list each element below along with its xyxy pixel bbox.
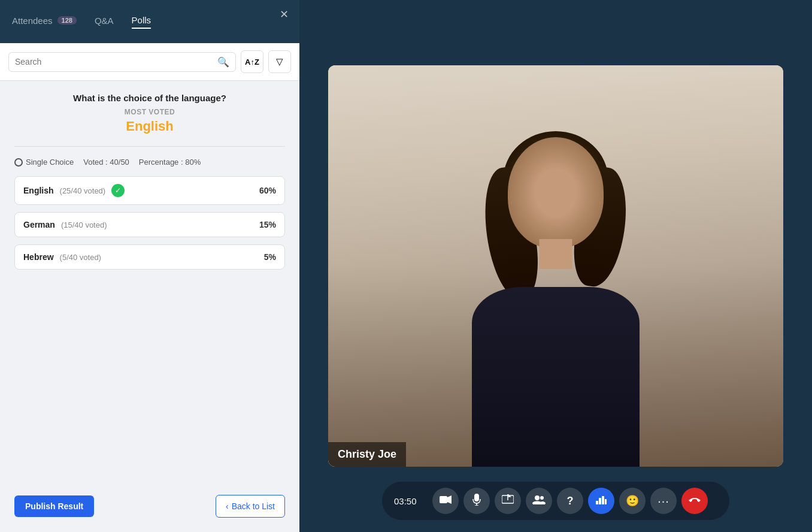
filter-icon: ▽	[276, 56, 283, 67]
end-call-icon	[688, 495, 701, 507]
right-panel: Christy Joe 03:50	[299, 0, 812, 532]
option-left-hebrew: Hebrew (5/40 voted)	[23, 252, 101, 262]
poll-option-german: German (15/40 voted) 15%	[14, 212, 285, 237]
attendees-label: Attendees	[12, 16, 53, 26]
svg-rect-12	[599, 498, 601, 504]
option-pct-german: 15%	[259, 220, 276, 229]
emoji-button[interactable]: 🙂	[619, 488, 646, 514]
option-pct-hebrew: 5%	[264, 252, 276, 262]
search-bar: 🔍 A↑Z ▽	[0, 43, 299, 81]
tabs-bar: Attendees 128 Q&A Polls ✕	[0, 0, 299, 43]
person-silhouette	[442, 119, 669, 467]
share-icon	[502, 494, 514, 508]
close-button[interactable]: ✕	[277, 7, 291, 22]
most-voted-label: MOST VOTED	[14, 108, 285, 116]
question-icon: ?	[567, 495, 574, 507]
voted-count: Voted : 40/50	[83, 158, 129, 167]
bottom-buttons: Publish Result ‹ Back to List	[0, 485, 299, 532]
svg-rect-13	[602, 496, 604, 504]
search-icon: 🔍	[217, 56, 229, 68]
video-background: Christy Joe	[328, 65, 783, 467]
emoji-icon: 🙂	[626, 494, 639, 507]
option-name-hebrew: Hebrew	[23, 252, 54, 262]
option-votes-english: (25/40 voted)	[60, 186, 106, 195]
tab-qa[interactable]: Q&A	[95, 16, 114, 28]
choice-type-label: Single Choice	[26, 158, 74, 167]
search-input[interactable]	[15, 57, 214, 66]
qa-label: Q&A	[95, 16, 114, 26]
back-label: Back to List	[232, 501, 275, 511]
svg-marker-1	[447, 495, 452, 504]
tab-attendees[interactable]: Attendees 128	[12, 16, 77, 28]
poll-content: What is the choice of the language? MOST…	[0, 81, 299, 485]
tab-polls[interactable]: Polls	[132, 15, 152, 29]
option-pct-english: 60%	[259, 186, 276, 195]
polls-button[interactable]	[588, 488, 614, 514]
poll-question: What is the choice of the language?	[14, 93, 285, 103]
svg-point-7	[535, 495, 540, 500]
more-icon: ···	[658, 494, 669, 508]
option-left-english: English (25/40 voted) ✓	[23, 184, 125, 197]
mic-icon	[472, 494, 481, 509]
option-left-german: German (15/40 voted)	[23, 220, 107, 229]
filter-button[interactable]: ▽	[268, 50, 291, 73]
voted-percentage: Percentage : 80%	[139, 158, 201, 167]
sort-icon: A↑Z	[245, 58, 259, 66]
call-timer: 03:50	[394, 496, 425, 506]
left-panel: Attendees 128 Q&A Polls ✕ 🔍 A↑Z ▽ What i…	[0, 0, 299, 532]
qa-button[interactable]: ?	[557, 488, 583, 514]
sort-button[interactable]: A↑Z	[241, 50, 263, 73]
winner-check-icon: ✓	[111, 184, 125, 197]
back-to-list-button[interactable]: ‹ Back to List	[216, 495, 285, 518]
attendees-button[interactable]	[526, 488, 552, 514]
search-input-wrap: 🔍	[8, 52, 236, 72]
svg-rect-0	[440, 496, 447, 503]
person-neck	[540, 239, 572, 269]
svg-rect-2	[474, 494, 479, 501]
mic-button[interactable]	[463, 488, 490, 514]
radio-icon	[14, 158, 23, 167]
svg-rect-14	[605, 499, 607, 504]
poll-bar-icon	[596, 495, 607, 507]
publish-result-button[interactable]: Publish Result	[14, 495, 94, 517]
attendees-icon	[532, 495, 546, 507]
chevron-left-icon: ‹	[226, 501, 229, 511]
most-voted-value: English	[14, 119, 285, 134]
person-head	[508, 137, 604, 248]
share-screen-button[interactable]	[495, 488, 521, 514]
poll-meta: Single Choice Voted : 40/50 Percentage :…	[14, 158, 285, 167]
speaker-name: Christy Joe	[338, 448, 396, 460]
end-call-button[interactable]	[681, 488, 708, 514]
more-options-button[interactable]: ···	[650, 488, 677, 514]
option-name-english: English	[23, 186, 54, 195]
video-container: Christy Joe	[328, 65, 783, 467]
option-name-german: German	[23, 220, 55, 229]
attendees-badge: 128	[57, 16, 77, 25]
svg-rect-11	[596, 501, 598, 504]
person-body	[472, 287, 640, 467]
controls-bar: 03:50	[382, 482, 729, 520]
poll-option-english: English (25/40 voted) ✓ 60%	[14, 176, 285, 205]
option-votes-german: (15/40 voted)	[61, 220, 107, 229]
polls-label: Polls	[132, 15, 152, 25]
svg-point-8	[540, 496, 544, 500]
speaker-name-tag: Christy Joe	[328, 442, 406, 467]
camera-button[interactable]	[432, 488, 459, 514]
option-votes-hebrew: (5/40 voted)	[60, 253, 101, 262]
camera-icon	[440, 495, 452, 507]
choice-type: Single Choice	[14, 158, 74, 167]
divider	[14, 146, 285, 147]
poll-option-hebrew: Hebrew (5/40 voted) 5%	[14, 244, 285, 270]
